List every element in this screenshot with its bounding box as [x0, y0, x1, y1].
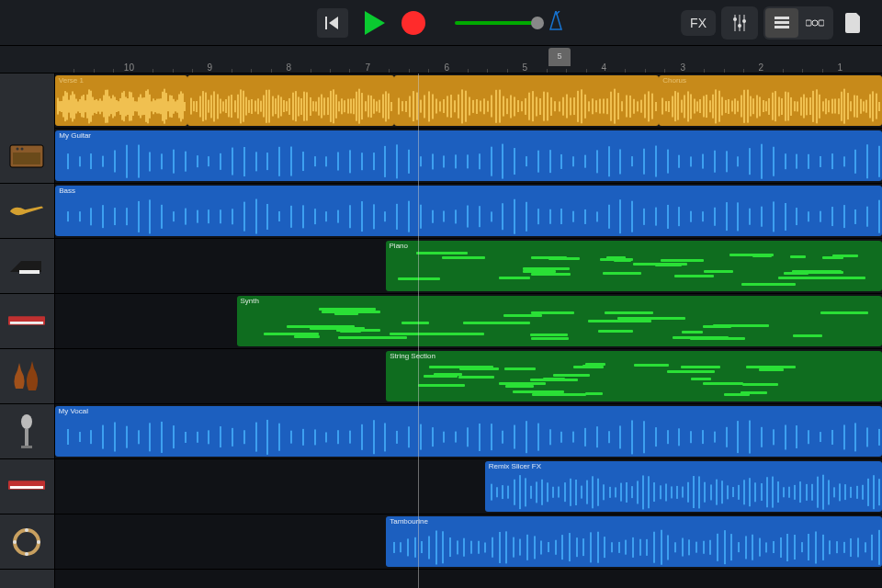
instrument-bass[interactable]	[0, 184, 54, 239]
svg-rect-22	[26, 429, 29, 446]
region[interactable]	[187, 75, 394, 126]
ruler-tick: 3	[680, 62, 685, 73]
keyboard-icon	[9, 469, 46, 505]
transport-controls	[317, 8, 565, 38]
region-label: Remix Slicer FX	[489, 462, 541, 470]
region-label: String Section	[390, 352, 435, 360]
svg-rect-20	[10, 322, 43, 324]
svg-rect-12	[325, 17, 327, 29]
ruler-tick: 2	[759, 62, 764, 73]
region-label: My Guitar	[59, 131, 91, 140]
region[interactable]: Tambourine	[386, 516, 882, 567]
track-row[interactable]: Tambourine	[55, 514, 882, 570]
track-row[interactable]: My Guitar	[55, 129, 882, 184]
region[interactable]: Piano	[386, 241, 882, 291]
instrument-piano[interactable]	[0, 239, 54, 294]
ruler-tick: 5	[523, 62, 528, 73]
fx-button[interactable]: FX	[681, 10, 716, 36]
region[interactable]: String Section	[386, 351, 882, 401]
region[interactable]: Bass	[55, 186, 882, 236]
ruler-tick: 6	[444, 62, 449, 73]
toolbar: FX	[0, 0, 882, 46]
region[interactable]: Remix Slicer FX	[485, 461, 882, 512]
region[interactable]: Verse 1	[55, 75, 187, 126]
instrument-guitar-amp[interactable]	[0, 129, 54, 184]
svg-point-1	[812, 20, 818, 26]
record-button[interactable]	[401, 11, 425, 35]
track-row[interactable]: Synth	[55, 294, 882, 349]
region[interactable]	[394, 75, 659, 126]
region-label: Tambourine	[390, 517, 428, 526]
svg-point-9	[733, 17, 737, 21]
svg-point-10	[738, 24, 741, 28]
ruler-tick: 4	[601, 62, 606, 73]
track-row[interactable]: My Vocal	[55, 404, 882, 459]
playhead-marker[interactable]: 5	[548, 48, 571, 66]
guitar-amp-icon	[9, 138, 46, 175]
instrument-view-icon[interactable]	[798, 8, 831, 38]
bass-icon	[9, 193, 46, 230]
svg-rect-4	[775, 21, 789, 24]
instrument-strings[interactable]	[0, 349, 54, 404]
region[interactable]: My Vocal	[55, 406, 882, 457]
tracks-view-icon[interactable]	[765, 8, 798, 38]
mixer-icon[interactable]	[723, 8, 756, 38]
svg-rect-18	[20, 270, 40, 274]
strings-icon	[9, 358, 46, 395]
instrument-microphone[interactable]	[0, 404, 54, 459]
ruler-tick: 1	[838, 62, 843, 73]
ruler-tick: 10	[124, 62, 134, 73]
track-row[interactable]: Bass	[55, 184, 882, 239]
instrument-sidebar	[0, 74, 55, 588]
instrument-synth[interactable]	[0, 294, 54, 349]
synth-icon	[9, 303, 46, 340]
track-row[interactable]: ChorusVerse 1	[55, 74, 882, 129]
microphone-icon	[9, 413, 46, 450]
view-mode-group	[763, 6, 833, 40]
svg-rect-3	[775, 17, 789, 19]
metronome-icon[interactable]	[547, 11, 565, 35]
region[interactable]: My Guitar	[55, 130, 882, 181]
svg-point-11	[742, 19, 746, 23]
svg-rect-23	[22, 446, 33, 448]
svg-rect-0	[806, 20, 811, 26]
region-label: Piano	[390, 242, 408, 250]
ruler-tick: 9	[208, 62, 213, 73]
instrument-keyboard[interactable]	[0, 459, 54, 514]
workspace: ChorusVerse 1My GuitarBassPianoSynthStri…	[0, 74, 882, 588]
instrument-tambourine[interactable]	[0, 514, 54, 570]
volume-thumb[interactable]	[531, 17, 544, 29]
track-row[interactable]: String Section	[55, 349, 882, 404]
playhead-line[interactable]	[418, 74, 419, 588]
svg-rect-2	[819, 20, 824, 26]
region[interactable]: Chorus	[659, 75, 882, 126]
svg-rect-15	[14, 153, 41, 164]
play-button[interactable]	[357, 8, 392, 38]
region-label: Verse 1	[59, 76, 84, 85]
tracks-area[interactable]: ChorusVerse 1My GuitarBassPianoSynthStri…	[55, 74, 882, 588]
toolbar-left: FX	[681, 6, 868, 40]
region-label: My Vocal	[59, 407, 88, 415]
track-row[interactable]: Remix Slicer FX	[55, 459, 882, 514]
controls-group	[721, 6, 758, 40]
piano-icon	[9, 248, 46, 285]
ruler-tick: 7	[365, 62, 370, 73]
region-label: Chorus	[662, 76, 686, 85]
my-songs-icon[interactable]	[839, 8, 868, 38]
region[interactable]: Synth	[237, 296, 882, 346]
svg-rect-25	[10, 486, 43, 489]
ruler-tick: 8	[287, 62, 292, 73]
svg-point-21	[22, 414, 33, 429]
ruler[interactable]: 123456789105	[0, 46, 882, 74]
region-label: Bass	[59, 187, 75, 195]
svg-point-26	[16, 530, 40, 554]
tambourine-icon	[9, 524, 46, 560]
track-row[interactable]: Piano	[55, 239, 882, 294]
svg-rect-5	[775, 26, 789, 28]
rewind-button[interactable]	[317, 8, 348, 38]
volume-slider[interactable]	[455, 21, 537, 25]
region-label: Synth	[241, 297, 259, 305]
